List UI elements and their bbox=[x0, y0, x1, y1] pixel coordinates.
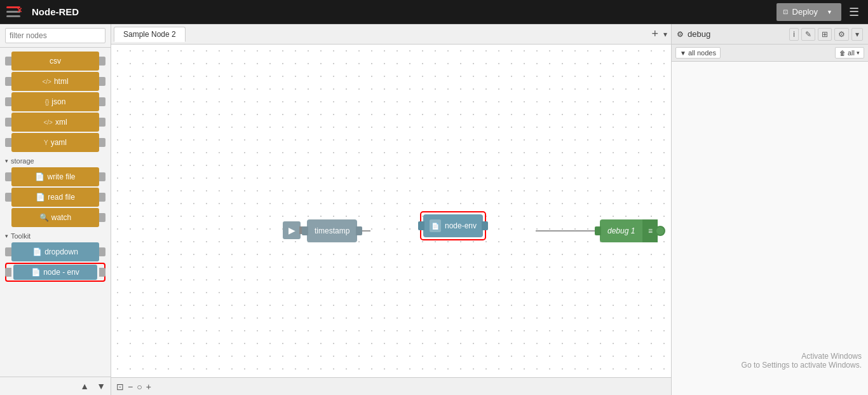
yaml-label: yaml bbox=[51, 138, 67, 147]
node-list: csv </> html {} json bbox=[0, 48, 111, 377]
canvas-node-env-wrapper: 📄 node-env bbox=[420, 211, 486, 240]
toolkit-chevron-icon: ▾ bbox=[5, 233, 8, 239]
tab-sample-node-2[interactable]: Sample Node 2 bbox=[114, 27, 186, 42]
watch-icon: 🔍 bbox=[39, 213, 49, 222]
storage-chevron-icon: ▾ bbox=[5, 158, 8, 164]
filter-box bbox=[0, 24, 111, 48]
debug-content: Activate Windows Go to Settings to activ… bbox=[672, 62, 868, 395]
topbar-left: ✕ Node-RED bbox=[6, 5, 79, 19]
node-item-json[interactable]: {} json bbox=[5, 92, 105, 111]
canvas-zoom-out-button[interactable]: − bbox=[128, 382, 133, 392]
trash-icon: 🗑 bbox=[839, 50, 846, 57]
watch-label: watch bbox=[51, 213, 71, 222]
html-icon: </> bbox=[42, 78, 51, 85]
canvas-fit-button[interactable]: ⊡ bbox=[116, 382, 124, 392]
node-item-xml[interactable]: </> xml bbox=[5, 113, 105, 132]
canvas[interactable]: ▶ timestamp 📄 bbox=[111, 45, 671, 377]
debug-title-label: debug bbox=[688, 29, 710, 39]
tab-actions: + ▾ bbox=[650, 26, 668, 42]
rp-info-button[interactable]: i bbox=[789, 28, 799, 41]
node-env-sidebar-icon: 📄 bbox=[31, 268, 41, 277]
canvas-node-inject[interactable]: ▶ bbox=[283, 221, 301, 239]
menu-button[interactable]: ☰ bbox=[846, 3, 862, 22]
csv-label: csv bbox=[50, 57, 61, 66]
read-file-label: read file bbox=[48, 193, 75, 202]
read-file-icon: 📄 bbox=[36, 193, 45, 202]
app-logo: ✕ bbox=[6, 5, 24, 19]
xml-icon: </> bbox=[43, 119, 52, 126]
node-item-dropdown[interactable]: 📄 dropdown bbox=[5, 242, 105, 261]
debug-gear-icon: ⚙ bbox=[677, 30, 684, 39]
inject-arrow-icon: ▶ bbox=[288, 225, 295, 235]
node-item-node-env[interactable]: 📄 node - env bbox=[5, 263, 105, 282]
dropdown-icon: 📄 bbox=[32, 247, 42, 256]
json-label: json bbox=[51, 97, 65, 106]
canvas-wrapper[interactable]: ▶ timestamp 📄 bbox=[111, 45, 671, 377]
scroll-down-button[interactable]: ▼ bbox=[94, 380, 108, 392]
dropdown-label: dropdown bbox=[44, 247, 78, 256]
canvas-area: Sample Node 2 + ▾ ▶ bbox=[111, 24, 671, 395]
node-item-csv[interactable]: csv bbox=[5, 52, 105, 71]
rp-edit-button[interactable]: ✎ bbox=[801, 28, 815, 41]
rp-expand-button[interactable]: ▾ bbox=[851, 28, 863, 41]
write-file-icon: 📄 bbox=[35, 172, 44, 181]
tab-dropdown-button[interactable]: ▾ bbox=[662, 26, 668, 42]
rp-layout-button[interactable]: ⊞ bbox=[818, 28, 832, 41]
canvas-node-debug1[interactable]: debug 1 ≡ bbox=[600, 219, 665, 242]
node-env-sidebar-label: node - env bbox=[43, 268, 79, 277]
right-panel: ⚙ debug i ✎ ⊞ ⚙ ▾ ▼ all nodes 🗑 all ▾ bbox=[671, 24, 868, 395]
canvas-bottom: ⊡ − ○ + bbox=[111, 377, 671, 395]
deploy-icon: ⊡ bbox=[783, 8, 788, 15]
yaml-icon: Y bbox=[44, 139, 48, 146]
timestamp-label: timestamp bbox=[315, 226, 349, 235]
filter-icon: ▼ bbox=[680, 50, 686, 57]
activate-windows-line1: Activate Windows bbox=[742, 352, 862, 361]
list-icon: ≡ bbox=[648, 226, 653, 235]
rp-settings-button[interactable]: ⚙ bbox=[834, 28, 849, 41]
right-panel-title: ⚙ debug bbox=[677, 29, 710, 39]
deploy-chevron-icon: ▼ bbox=[827, 9, 832, 15]
debug1-dot bbox=[655, 226, 665, 236]
debug1-label: debug 1 bbox=[607, 226, 635, 235]
activate-windows-line2: Go to Settings to activate Windows. bbox=[742, 361, 862, 370]
write-file-label: write file bbox=[47, 172, 75, 181]
html-label: html bbox=[54, 77, 69, 86]
canvas-node-timestamp[interactable]: timestamp bbox=[307, 219, 357, 242]
deploy-label: Deploy bbox=[792, 7, 818, 17]
add-tab-button[interactable]: + bbox=[650, 26, 660, 42]
right-panel-toolbar: i ✎ ⊞ ⚙ ▾ bbox=[789, 28, 863, 41]
filter-nodes-input[interactable] bbox=[5, 28, 105, 43]
xml-label: xml bbox=[55, 118, 67, 127]
node-item-write-file[interactable]: 📄 write file bbox=[5, 167, 105, 186]
toolkit-label: Toolkit bbox=[11, 232, 31, 240]
deploy-button[interactable]: ⊡ Deploy ▼ bbox=[776, 3, 841, 21]
activate-windows-notice: Activate Windows Go to Settings to activ… bbox=[742, 352, 862, 370]
canvas-zoom-reset-button[interactable]: ○ bbox=[137, 382, 142, 392]
canvas-connections bbox=[111, 45, 671, 377]
node-item-html[interactable]: </> html bbox=[5, 72, 105, 91]
canvas-zoom-in-button[interactable]: + bbox=[146, 382, 151, 392]
canvas-node-env-label: node-env bbox=[445, 221, 477, 230]
section-toolkit[interactable]: ▾ Toolkit bbox=[0, 228, 111, 241]
app-title: Node-RED bbox=[32, 6, 79, 17]
topbar: ✕ Node-RED ⊡ Deploy ▼ ☰ bbox=[0, 0, 868, 24]
clear-chevron-icon: ▾ bbox=[857, 50, 860, 56]
debug-filter-bar: ▼ all nodes 🗑 all ▾ bbox=[672, 45, 868, 62]
filter-label: all nodes bbox=[688, 49, 716, 57]
main-layout: csv </> html {} json bbox=[0, 24, 868, 395]
canvas-node-env[interactable]: 📄 node-env bbox=[423, 214, 483, 237]
node-item-read-file[interactable]: 📄 read file bbox=[5, 188, 105, 207]
node-item-watch[interactable]: 🔍 watch bbox=[5, 208, 105, 227]
right-panel-header: ⚙ debug i ✎ ⊞ ⚙ ▾ bbox=[672, 24, 868, 45]
clear-label: all bbox=[848, 49, 855, 57]
scroll-up-button[interactable]: ▲ bbox=[78, 380, 92, 392]
filter-all-nodes-button[interactable]: ▼ all nodes bbox=[675, 47, 721, 59]
sidebar-bottom: ▲ ▼ bbox=[0, 377, 111, 395]
clear-debug-button[interactable]: 🗑 all ▾ bbox=[835, 47, 864, 59]
section-storage[interactable]: ▾ storage bbox=[0, 153, 111, 166]
topbar-right: ⊡ Deploy ▼ ☰ bbox=[776, 3, 862, 22]
canvas-node-env-icon: 📄 bbox=[430, 219, 441, 232]
tab-bar: Sample Node 2 + ▾ bbox=[111, 24, 671, 45]
storage-label: storage bbox=[11, 157, 34, 165]
node-item-yaml[interactable]: Y yaml bbox=[5, 133, 105, 152]
